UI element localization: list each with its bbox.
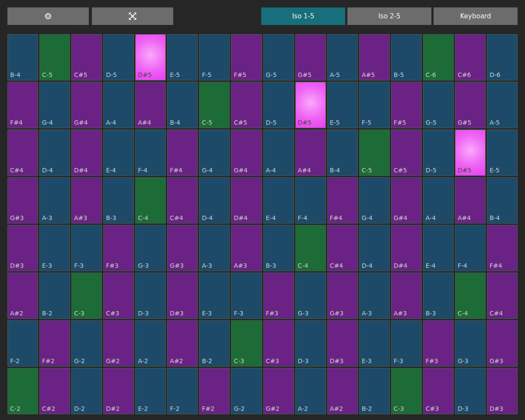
note-pad-g4[interactable]: G-4 xyxy=(359,177,390,224)
note-pad-g4[interactable]: G-4 xyxy=(199,130,230,176)
note-pad-cs4[interactable]: C#4 xyxy=(7,130,38,176)
note-pad-gs4[interactable]: G#4 xyxy=(231,130,262,176)
note-pad-a4[interactable]: A-4 xyxy=(423,177,454,224)
note-pad-ds3[interactable]: D#3 xyxy=(487,368,518,414)
note-pad-cs4[interactable]: C#4 xyxy=(167,177,198,224)
note-pad-cs3[interactable]: C#3 xyxy=(423,368,454,414)
note-pad-cs5[interactable]: C#5 xyxy=(231,82,262,128)
note-pad-g2[interactable]: G-2 xyxy=(231,368,262,414)
note-pad-as5[interactable]: A#5 xyxy=(359,34,390,80)
note-pad-fs2[interactable]: F#2 xyxy=(39,320,70,367)
note-pad-fs3[interactable]: F#3 xyxy=(423,320,454,367)
note-pad-cs6[interactable]: C#6 xyxy=(455,34,486,80)
note-pad-f5[interactable]: F-5 xyxy=(199,34,230,80)
note-pad-c3[interactable]: C-3 xyxy=(71,273,102,319)
note-pad-cs5[interactable]: C#5 xyxy=(391,130,422,176)
note-pad-gs3[interactable]: G#3 xyxy=(7,177,38,224)
note-pad-c3[interactable]: C-3 xyxy=(391,368,422,414)
note-pad-e5[interactable]: E-5 xyxy=(167,34,198,80)
note-pad-as4[interactable]: A#4 xyxy=(295,130,326,176)
note-pad-ds4[interactable]: D#4 xyxy=(231,177,262,224)
note-pad-ds3[interactable]: D#3 xyxy=(327,320,358,367)
note-pad-a2[interactable]: A-2 xyxy=(295,368,326,414)
note-pad-f3[interactable]: F-3 xyxy=(71,225,102,271)
note-pad-cs2[interactable]: C#2 xyxy=(39,368,70,414)
note-pad-f4[interactable]: F-4 xyxy=(295,177,326,224)
note-pad-a3[interactable]: A-3 xyxy=(39,177,70,224)
note-pad-d5[interactable]: D-5 xyxy=(103,34,134,80)
note-pad-b2[interactable]: B-2 xyxy=(39,273,70,319)
note-pad-e5[interactable]: E-5 xyxy=(487,130,518,176)
note-pad-as2[interactable]: A#2 xyxy=(7,273,38,319)
note-pad-b3[interactable]: B-3 xyxy=(423,273,454,319)
mode-button-keyboard[interactable]: Keyboard xyxy=(434,7,518,25)
note-pad-c5[interactable]: C-5 xyxy=(199,82,230,128)
note-pad-as4[interactable]: A#4 xyxy=(455,177,486,224)
note-pad-as3[interactable]: A#3 xyxy=(231,225,262,271)
note-pad-f4[interactable]: F-4 xyxy=(135,130,166,176)
note-pad-d5[interactable]: D-5 xyxy=(263,82,294,128)
note-pad-gs2[interactable]: G#2 xyxy=(103,320,134,367)
fullscreen-button[interactable] xyxy=(92,7,173,25)
note-pad-fs4[interactable]: F#4 xyxy=(327,177,358,224)
note-pad-cs4[interactable]: C#4 xyxy=(327,225,358,271)
note-pad-fs5[interactable]: F#5 xyxy=(391,82,422,128)
note-pad-f5[interactable]: F-5 xyxy=(359,82,390,128)
note-pad-a2[interactable]: A-2 xyxy=(135,320,166,367)
note-pad-cs3[interactable]: C#3 xyxy=(103,273,134,319)
note-pad-ds4[interactable]: D#4 xyxy=(71,130,102,176)
note-pad-e4[interactable]: E-4 xyxy=(263,177,294,224)
mode-button-iso-2-5[interactable]: Iso 2-5 xyxy=(347,7,431,25)
note-pad-gs5[interactable]: G#5 xyxy=(295,34,326,80)
note-pad-f2[interactable]: F-2 xyxy=(7,320,38,367)
note-pad-e3[interactable]: E-3 xyxy=(199,273,230,319)
note-pad-f3[interactable]: F-3 xyxy=(231,273,262,319)
note-pad-a4[interactable]: A-4 xyxy=(263,130,294,176)
note-pad-e5[interactable]: E-5 xyxy=(327,82,358,128)
note-pad-fs4[interactable]: F#4 xyxy=(7,82,38,128)
note-pad-a3[interactable]: A-3 xyxy=(199,225,230,271)
note-pad-gs4[interactable]: G#4 xyxy=(71,82,102,128)
note-pad-b5[interactable]: B-5 xyxy=(391,34,422,80)
note-pad-d4[interactable]: D-4 xyxy=(199,177,230,224)
note-pad-a5[interactable]: A-5 xyxy=(327,34,358,80)
note-pad-ds3[interactable]: D#3 xyxy=(167,273,198,319)
note-pad-as2[interactable]: A#2 xyxy=(167,320,198,367)
note-pad-c5[interactable]: C-5 xyxy=(39,34,70,80)
note-pad-ds5[interactable]: D#5 xyxy=(135,34,166,80)
note-pad-as4[interactable]: A#4 xyxy=(135,82,166,128)
note-pad-e4[interactable]: E-4 xyxy=(103,130,134,176)
note-pad-cs3[interactable]: C#3 xyxy=(263,320,294,367)
note-pad-c2[interactable]: C-2 xyxy=(7,368,38,414)
note-pad-gs3[interactable]: G#3 xyxy=(487,320,518,367)
note-pad-e3[interactable]: E-3 xyxy=(39,225,70,271)
note-pad-a4[interactable]: A-4 xyxy=(103,82,134,128)
note-pad-ds5[interactable]: D#5 xyxy=(295,82,326,128)
note-pad-ds3[interactable]: D#3 xyxy=(7,225,38,271)
note-pad-ds2[interactable]: D#2 xyxy=(103,368,134,414)
note-pad-b4[interactable]: B-4 xyxy=(487,177,518,224)
note-pad-c4[interactable]: C-4 xyxy=(295,225,326,271)
note-pad-as3[interactable]: A#3 xyxy=(71,177,102,224)
note-pad-b3[interactable]: B-3 xyxy=(263,225,294,271)
note-pad-gs2[interactable]: G#2 xyxy=(263,368,294,414)
note-pad-b3[interactable]: B-3 xyxy=(103,177,134,224)
note-pad-g3[interactable]: G-3 xyxy=(295,273,326,319)
settings-button[interactable]: ⚙ xyxy=(7,7,89,25)
note-pad-c5[interactable]: C-5 xyxy=(359,130,390,176)
note-pad-c3[interactable]: C-3 xyxy=(231,320,262,367)
note-pad-fs4[interactable]: F#4 xyxy=(167,130,198,176)
note-pad-d3[interactable]: D-3 xyxy=(455,368,486,414)
note-pad-as3[interactable]: A#3 xyxy=(391,273,422,319)
note-pad-f3[interactable]: F-3 xyxy=(391,320,422,367)
note-pad-b2[interactable]: B-2 xyxy=(359,368,390,414)
note-pad-e3[interactable]: E-3 xyxy=(359,320,390,367)
note-pad-fs3[interactable]: F#3 xyxy=(103,225,134,271)
note-pad-g5[interactable]: G-5 xyxy=(423,82,454,128)
note-pad-fs3[interactable]: F#3 xyxy=(263,273,294,319)
note-pad-d3[interactable]: D-3 xyxy=(295,320,326,367)
note-pad-c6[interactable]: C-6 xyxy=(423,34,454,80)
note-pad-g3[interactable]: G-3 xyxy=(455,320,486,367)
note-pad-ds5[interactable]: D#5 xyxy=(455,130,486,176)
note-pad-g2[interactable]: G-2 xyxy=(71,320,102,367)
